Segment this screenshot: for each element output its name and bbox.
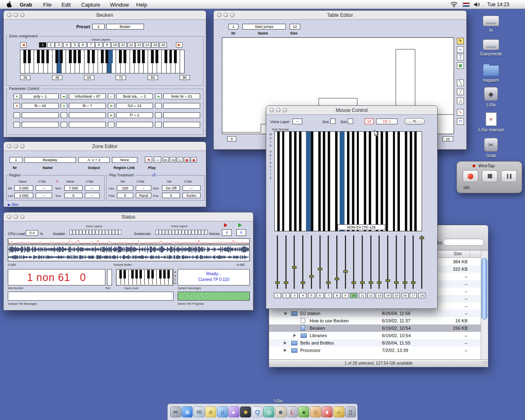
red-curve-tool[interactable]: ∿: [457, 109, 464, 116]
finder-row[interactable]: Bells and Bottles8/26/04, 11:55--: [269, 339, 481, 347]
ctab-select[interactable]: --: [183, 185, 201, 191]
piano-black-key[interactable]: [163, 270, 166, 278]
beuken-window[interactable]: Beuken Preset 1 Beater Zone Assignment V…: [3, 10, 206, 137]
slider-handle-18[interactable]: [420, 237, 424, 239]
slider-track-13[interactable]: [379, 235, 380, 289]
piano-black-key[interactable]: [167, 270, 170, 278]
slider-handle-17[interactable]: [411, 281, 415, 284]
slider-number-14[interactable]: 14: [384, 293, 391, 298]
volume-icon[interactable]: [474, 2, 480, 9]
disclosure-right-icon[interactable]: [284, 349, 287, 352]
slider-handle-14[interactable]: [386, 279, 390, 282]
desktop-icon-lisa-manual[interactable]: ≡LiSa manual: [476, 112, 506, 132]
browser-globe-icon[interactable]: ⊕: [182, 406, 193, 418]
record-button[interactable]: [463, 170, 478, 182]
green-app-icon[interactable]: ●: [298, 406, 309, 418]
slider-track-8[interactable]: [336, 235, 338, 289]
param-field[interactable]: f10 = 23: [116, 103, 153, 109]
arrows-icon[interactable]: ⇆: [155, 94, 162, 99]
notes-dock-icon[interactable]: ≡: [205, 406, 216, 418]
slider-number-4[interactable]: 4: [299, 293, 306, 298]
empty-icon[interactable]: --: [155, 112, 162, 118]
param-field[interactable]: poly = 1: [22, 94, 59, 99]
empty-icon[interactable]: --: [14, 112, 20, 118]
slider-number-9[interactable]: 9: [342, 293, 349, 298]
speaker-icon[interactable]: ◄): [61, 94, 67, 99]
media-icon[interactable]: ▸: [228, 406, 240, 418]
slider-number-7[interactable]: 7: [325, 293, 332, 298]
menu-file[interactable]: File: [43, 2, 52, 8]
value-field[interactable]: 100: [117, 185, 133, 191]
arrows-icon[interactable]: ⇆: [108, 112, 114, 118]
step-2-tool[interactable]: 2: [457, 54, 464, 60]
apple-menu[interactable]: [7, 1, 12, 9]
piano-black-key[interactable]: [101, 50, 104, 63]
piano-black-key[interactable]: [169, 50, 172, 63]
curve-tool[interactable]: ∿: [457, 46, 464, 53]
piano-black-key[interactable]: [164, 50, 167, 63]
slider-handle-13[interactable]: [377, 281, 381, 284]
piano-black-key[interactable]: [151, 50, 154, 63]
slider-handle-5[interactable]: [309, 275, 314, 278]
piano-black-key[interactable]: [151, 270, 154, 278]
piano-black-key[interactable]: [110, 50, 113, 63]
classic-icon[interactable]: ☺: [310, 406, 321, 418]
slider-track-4[interactable]: [302, 235, 304, 289]
grab-dock-icon[interactable]: ✂: [170, 406, 181, 418]
disclosure-right-icon[interactable]: [284, 341, 287, 345]
zone-editor-window[interactable]: Zone Editor 1 Beatplay A: 1 + 2 None ◄→⇤…: [3, 142, 206, 207]
value-field[interactable]: On Off: [162, 185, 180, 191]
slider-handle-3[interactable]: [292, 266, 297, 269]
line-up-tool[interactable]: ╱: [457, 89, 464, 95]
slider-track-6[interactable]: [320, 235, 321, 289]
slider-track-12[interactable]: [370, 235, 372, 289]
slider-handle-4[interactable]: [301, 281, 305, 284]
quicktime-icon[interactable]: Q: [252, 406, 263, 418]
empty-icon[interactable]: --: [61, 122, 67, 128]
slider-track-10[interactable]: [353, 235, 354, 289]
menu-capture[interactable]: Capture: [81, 2, 100, 8]
mail-icon[interactable]: ✉: [194, 406, 205, 418]
pencil-tool[interactable]: ✎: [457, 38, 464, 44]
status-titlebar[interactable]: Status: [4, 212, 253, 221]
slider-number-5[interactable]: 5: [308, 293, 315, 298]
slider-number-2[interactable]: 2: [283, 293, 290, 298]
resize-grip[interactable]: [482, 361, 488, 367]
piano-black-key[interactable]: [123, 50, 126, 63]
mouse-control-window[interactable]: Mouse Control Voice Layer -- Sus Sos 10 …: [266, 105, 438, 309]
slider-track-11[interactable]: [362, 235, 363, 289]
menu-edit[interactable]: Edit: [62, 2, 71, 8]
slider-number-3[interactable]: 3: [291, 293, 298, 298]
slider-number-1[interactable]: 1: [274, 293, 281, 298]
arrows-icon[interactable]: ⇆: [108, 103, 114, 109]
fork-icon[interactable]: ⋔: [14, 94, 20, 99]
param-field[interactable]: f6 = 7: [69, 103, 106, 109]
empty-icon[interactable]: --: [108, 122, 114, 128]
slider-track-1[interactable]: [277, 235, 278, 289]
empty-icon[interactable]: --: [61, 112, 67, 118]
desktop-icon-lisa[interactable]: ◆LiSa: [476, 87, 506, 107]
piano-black-key[interactable]: [92, 50, 95, 63]
desktop-icon-nagasm[interactable]: nagasm: [476, 62, 506, 82]
param-field[interactable]: Volumbeat = 67: [69, 94, 106, 99]
slider-handle-15[interactable]: [394, 281, 399, 284]
finder-row[interactable]: Processor7/2/02, 13:39--: [269, 347, 481, 354]
piano-black-key[interactable]: [78, 50, 81, 63]
piano-black-key[interactable]: [28, 50, 31, 63]
notes-icon[interactable]: ♫: [108, 94, 114, 99]
slider-handle-6[interactable]: [318, 268, 322, 270]
empty-icon[interactable]: --: [155, 122, 162, 128]
piano-black-key[interactable]: [41, 50, 44, 63]
piano-black-key[interactable]: [55, 50, 58, 63]
finder-row[interactable]: Libraries6/19/02, 10:54--: [269, 332, 481, 339]
slider-number-13[interactable]: 13: [376, 293, 383, 298]
piano-black-key[interactable]: [69, 50, 72, 63]
slider-number-10[interactable]: 10: [350, 293, 357, 298]
slider-handle-11[interactable]: [360, 281, 365, 284]
param-field[interactable]: [116, 122, 153, 128]
param-field[interactable]: f5 = 49: [22, 103, 59, 109]
param-field[interactable]: [69, 112, 106, 118]
fork-icon[interactable]: ⋔: [61, 103, 67, 109]
slider-track-16[interactable]: [404, 235, 406, 289]
param-field[interactable]: Beat sta... = 2: [116, 94, 153, 99]
